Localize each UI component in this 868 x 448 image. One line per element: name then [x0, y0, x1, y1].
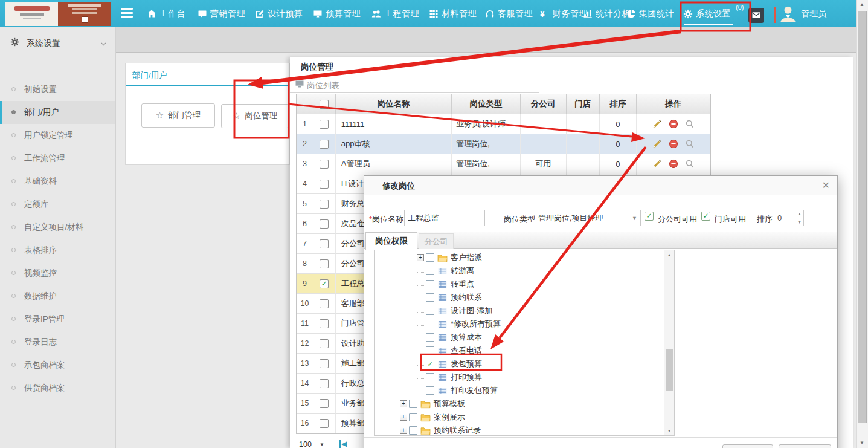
- remove-icon[interactable]: [669, 159, 678, 169]
- row-checkbox[interactable]: [320, 259, 329, 268]
- view-icon[interactable]: [685, 139, 695, 149]
- store-available-checkbox[interactable]: ✓: [701, 212, 710, 221]
- post-manage-button[interactable]: ☆ 岗位管理: [221, 104, 289, 128]
- row-checkbox[interactable]: [320, 160, 329, 169]
- view-icon[interactable]: [685, 159, 695, 169]
- row-checkbox[interactable]: [320, 200, 329, 209]
- sidebar-header[interactable]: 系统设置: [0, 32, 115, 54]
- nav-item-budget[interactable]: 预算管理: [313, 0, 361, 27]
- row-checkbox[interactable]: [320, 359, 329, 368]
- stepper-up-icon[interactable]: ▲: [797, 212, 802, 216]
- tree-checkbox[interactable]: [426, 386, 434, 395]
- tree-checkbox[interactable]: [426, 267, 434, 275]
- tree-checkbox[interactable]: [426, 333, 434, 342]
- post-type-select[interactable]: 管理岗位,项目经理 ▼: [535, 210, 641, 226]
- sidebar-item-quota-db[interactable]: 定额库: [0, 193, 115, 216]
- tree-checkbox[interactable]: [426, 293, 434, 302]
- tree-checkbox[interactable]: [426, 373, 434, 381]
- row-checkbox[interactable]: [320, 120, 329, 129]
- row-checkbox[interactable]: [320, 239, 329, 248]
- user-avatar[interactable]: [779, 4, 797, 24]
- sidebar-item-user-lock[interactable]: 用户锁定管理: [0, 124, 115, 147]
- row-checkbox[interactable]: [320, 140, 329, 149]
- remove-icon[interactable]: [669, 119, 678, 129]
- select-all-checkbox[interactable]: [320, 100, 329, 109]
- sidebar-item-login-ip[interactable]: 登录IP管理: [0, 308, 115, 331]
- row-checkbox[interactable]: [320, 379, 329, 388]
- close-icon[interactable]: ✕: [822, 180, 830, 191]
- nav-item-settings[interactable]: 系统设置: [683, 0, 731, 27]
- nav-item-materials[interactable]: 材料管理: [429, 0, 477, 27]
- tree-checkbox[interactable]: [409, 426, 417, 435]
- nav-item-stats[interactable]: 统计分析: [583, 0, 631, 27]
- branch-available-checkbox[interactable]: ✓: [645, 212, 654, 221]
- tree-checkbox[interactable]: [426, 346, 434, 355]
- scroll-up-icon[interactable]: ▲: [664, 250, 674, 259]
- expand-plus-icon[interactable]: +: [400, 400, 407, 407]
- tree-scrollbar[interactable]: ▲ ▼: [664, 250, 674, 435]
- tab-dept-users[interactable]: 部门/用户: [132, 70, 167, 81]
- tree-checkbox[interactable]: [409, 400, 417, 408]
- sort-stepper[interactable]: 0 ▲ ▼: [774, 210, 804, 226]
- nav-item-workbench[interactable]: 工作台: [147, 0, 186, 27]
- sidebar-item-initial-setup[interactable]: 初始设置: [0, 78, 115, 101]
- stepper-down-icon[interactable]: ▼: [797, 220, 802, 224]
- nav-item-engineering[interactable]: 工程管理: [371, 0, 419, 27]
- row-checkbox[interactable]: [320, 419, 329, 428]
- sidebar-item-contractor-files[interactable]: 承包商档案: [0, 354, 115, 377]
- sidebar-item-dept-users[interactable]: 部门/用户: [0, 101, 115, 124]
- nav-item-customer-service[interactable]: 客服管理: [485, 0, 533, 27]
- dept-manage-button[interactable]: ☆ 部门管理: [141, 103, 215, 128]
- sidebar-item-custom-items[interactable]: 自定义项目/材料: [0, 216, 115, 239]
- remove-icon[interactable]: [669, 139, 678, 149]
- sidebar-item-workflow[interactable]: 工作流管理: [0, 147, 115, 170]
- sidebar-item-supplier-files[interactable]: 供货商档案: [0, 377, 115, 400]
- edit-pencil-icon[interactable]: [652, 139, 662, 149]
- row-checkbox[interactable]: [320, 319, 329, 328]
- expand-plus-icon[interactable]: +: [400, 427, 407, 434]
- scroll-up-icon[interactable]: ▲: [857, 0, 867, 10]
- tree-scrollbar-thumb[interactable]: [666, 349, 673, 391]
- sidebar-item-table-sort[interactable]: 表格排序: [0, 239, 115, 262]
- first-page-icon[interactable]: ◀: [339, 440, 347, 448]
- row-checkbox[interactable]: ✓: [320, 279, 329, 288]
- scrollbar-thumb[interactable]: [858, 11, 867, 423]
- row-checkbox[interactable]: [320, 219, 329, 229]
- user-name[interactable]: 管理员: [801, 8, 826, 19]
- expand-plus-icon[interactable]: +: [417, 254, 424, 261]
- expand-plus-icon[interactable]: +: [400, 414, 407, 421]
- sidebar-item-basic-data[interactable]: 基础资料: [0, 170, 115, 193]
- nav-item-group-stats[interactable]: 集团统计: [626, 0, 674, 27]
- post-name-input[interactable]: [404, 210, 485, 226]
- row-checkbox[interactable]: [320, 299, 329, 308]
- modal-footer-button[interactable]: [779, 444, 831, 448]
- row-checkbox[interactable]: [320, 180, 329, 189]
- scroll-down-icon[interactable]: ▼: [857, 438, 867, 448]
- nav-item-design-budget[interactable]: 设计预算: [255, 0, 303, 27]
- tree-checkbox[interactable]: ✓: [426, 360, 434, 368]
- nav-item-finance[interactable]: ¥财务管理: [540, 0, 588, 27]
- tab-branches[interactable]: 分公司: [419, 233, 454, 249]
- tree-checkbox[interactable]: [409, 413, 417, 421]
- edit-pencil-icon[interactable]: [652, 159, 662, 169]
- company-logo[interactable]: [5, 2, 111, 26]
- modal-footer-button[interactable]: [722, 444, 773, 448]
- row-checkbox[interactable]: [320, 399, 329, 408]
- sidebar-item-data-maintain[interactable]: 数据维护: [0, 285, 115, 308]
- sidebar-item-video-monitor[interactable]: 视频监控: [0, 262, 115, 285]
- sidebar-item-login-log[interactable]: 登录日志: [0, 331, 115, 354]
- tree-checkbox[interactable]: [426, 280, 434, 288]
- hamburger-menu-icon[interactable]: [121, 8, 134, 19]
- page-size-select[interactable]: 100 ▼: [295, 438, 327, 448]
- message-envelope-icon[interactable]: [748, 8, 764, 23]
- tree-checkbox[interactable]: [426, 320, 434, 328]
- nav-item-marketing[interactable]: 营销管理: [198, 0, 245, 27]
- tree-checkbox[interactable]: [426, 253, 434, 262]
- tree-checkbox[interactable]: [426, 307, 434, 315]
- tab-post-permissions[interactable]: 岗位权限: [365, 232, 417, 250]
- scroll-down-icon[interactable]: ▼: [664, 426, 674, 435]
- row-checkbox[interactable]: [320, 339, 329, 348]
- page-scrollbar[interactable]: ▲ ▼: [856, 0, 868, 448]
- edit-pencil-icon[interactable]: [652, 119, 662, 129]
- view-icon[interactable]: [685, 119, 695, 129]
